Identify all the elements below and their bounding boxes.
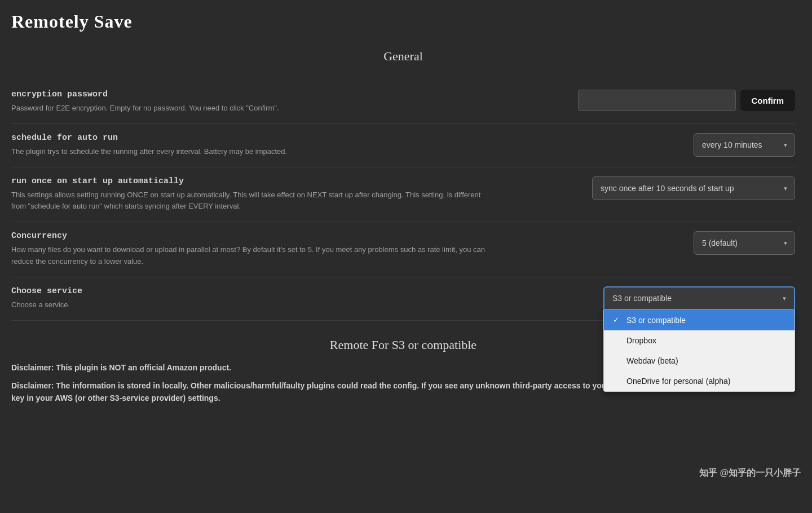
run-once-startup-select[interactable]: not set sync once after 10 seconds of st… (592, 176, 795, 200)
schedule-auto-run-label-group: schedule for auto run The plugin trys to… (11, 133, 502, 158)
run-once-startup-label: run once on start up automatically (11, 176, 491, 186)
concurrency-label-group: Concurrency How many files do you want t… (11, 231, 502, 268)
encryption-password-label-group: encryption password Password for E2E enc… (11, 90, 502, 114)
encryption-password-label: encryption password (11, 90, 491, 99)
choose-service-row: Choose service Choose a service. S3 or c… (11, 277, 795, 321)
service-option-dropbox[interactable]: Dropbox (604, 330, 795, 351)
schedule-auto-run-label: schedule for auto run (11, 133, 491, 143)
run-once-startup-control: not set sync once after 10 seconds of st… (592, 176, 795, 200)
concurrency-control: 1 2 3 4 5 (default) 10 20 (694, 231, 795, 255)
schedule-auto-run-select[interactable]: not set every 1 minute every 5 minutes e… (694, 133, 795, 157)
encryption-password-description: Password for E2E encryption. Empty for n… (11, 103, 491, 114)
onedrive-option-label: OneDrive for personal (alpha) (626, 377, 730, 386)
encryption-password-control: Confirm (578, 90, 796, 111)
concurrency-row: Concurrency How many files do you want t… (11, 222, 795, 277)
choose-service-dropdown-button[interactable]: S3 or compatible (603, 286, 795, 310)
service-option-onedrive[interactable]: OneDrive for personal (alpha) (604, 371, 795, 391)
choose-service-label: Choose service (11, 286, 491, 296)
schedule-auto-run-dropdown-wrapper: not set every 1 minute every 5 minutes e… (694, 133, 795, 157)
run-once-startup-label-group: run once on start up automatically This … (11, 176, 502, 213)
general-heading: General (11, 49, 795, 64)
schedule-auto-run-description: The plugin trys to schedule the running … (11, 146, 491, 158)
choose-service-label-group: Choose service Choose a service. (11, 286, 502, 311)
s3-checkmark: ✓ (613, 316, 622, 324)
confirm-button[interactable]: Confirm (740, 90, 796, 111)
run-once-startup-dropdown-wrapper: not set sync once after 10 seconds of st… (592, 176, 795, 200)
s3-option-label: S3 or compatible (626, 316, 686, 325)
app-title: Remotely Save (11, 11, 795, 32)
page-container: Remotely Save General encryption passwor… (0, 0, 812, 433)
onedrive-checkmark (613, 377, 622, 385)
service-option-webdav[interactable]: Webdav (beta) (604, 351, 795, 371)
concurrency-select[interactable]: 1 2 3 4 5 (default) 10 20 (694, 231, 795, 255)
schedule-auto-run-row: schedule for auto run The plugin trys to… (11, 124, 795, 167)
webdav-checkmark (613, 356, 622, 365)
concurrency-description: How many files do you want to download o… (11, 244, 491, 268)
service-option-s3[interactable]: ✓ S3 or compatible (604, 310, 795, 330)
dropbox-checkmark (613, 336, 622, 344)
watermark: 知乎 @知乎的一只小胖子 (699, 467, 801, 479)
concurrency-dropdown-wrapper: 1 2 3 4 5 (default) 10 20 (694, 231, 795, 255)
webdav-option-label: Webdav (beta) (626, 356, 678, 365)
dropbox-option-label: Dropbox (626, 336, 656, 345)
choose-service-dropdown-menu: ✓ S3 or compatible Dropbox Webdav (beta)… (603, 310, 795, 392)
encryption-password-input[interactable] (578, 90, 736, 111)
choose-service-description: Choose a service. (11, 299, 491, 311)
run-once-startup-description: This settings allows setting running ONC… (11, 189, 491, 213)
choose-service-control: S3 or compatible ✓ S3 or compatible Drop… (603, 286, 795, 310)
run-once-startup-row: run once on start up automatically This … (11, 167, 795, 223)
concurrency-label: Concurrency (11, 231, 491, 241)
encryption-password-row: encryption password Password for E2E enc… (11, 81, 795, 124)
schedule-auto-run-control: not set every 1 minute every 5 minutes e… (694, 133, 795, 157)
